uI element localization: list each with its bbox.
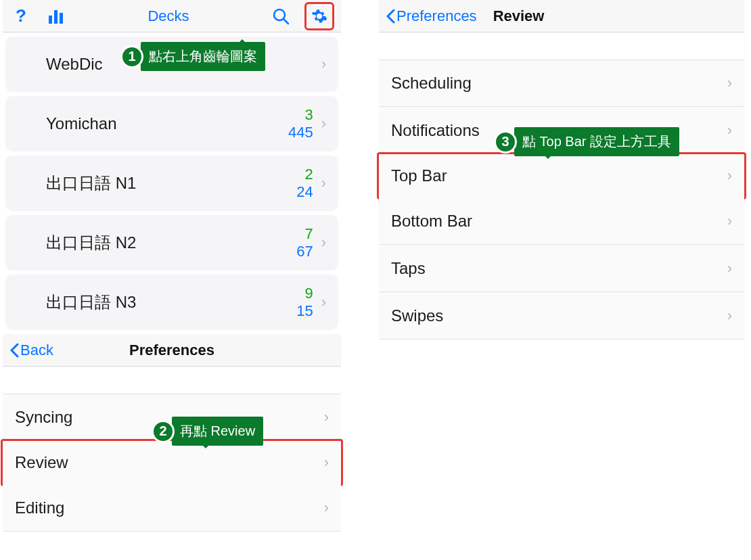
setting-row-top-bar[interactable]: Top Bar ›: [377, 152, 746, 200]
callout-badge: 3: [494, 131, 517, 154]
callout-badge: 1: [120, 45, 143, 68]
deck-row[interactable]: 出口日語 N1 2 24 ›: [5, 156, 338, 211]
stats-icon[interactable]: [45, 5, 68, 28]
search-icon[interactable]: [269, 5, 292, 28]
chevron-right-icon: ›: [321, 294, 326, 311]
deck-due-count: 24: [296, 183, 313, 201]
chevron-right-icon: ›: [727, 167, 732, 185]
callout-2: 2 再點 Review: [152, 417, 263, 446]
setting-row-editing[interactable]: Editing ›: [3, 484, 341, 532]
chevron-right-icon: ›: [727, 307, 732, 325]
chevron-right-icon: ›: [321, 174, 326, 192]
help-icon[interactable]: ?: [9, 5, 32, 28]
setting-label: Editing: [15, 498, 320, 517]
callout-3: 3 點 Top Bar 設定上方工具: [494, 127, 679, 156]
decks-header: ? Decks: [3, 0, 341, 32]
deck-name: Yomichan: [46, 114, 288, 133]
chevron-right-icon: ›: [324, 409, 329, 426]
callout-text: 點 Top Bar 設定上方工具: [514, 127, 679, 156]
page-title: Preferences: [129, 342, 214, 359]
deck-name: 出口日語 N1: [46, 172, 296, 194]
deck-new-count: 9: [304, 285, 313, 302]
svg-text:?: ?: [16, 7, 26, 26]
chevron-right-icon: ›: [321, 234, 326, 252]
svg-line-5: [283, 19, 288, 24]
chevron-right-icon: ›: [321, 115, 326, 133]
setting-row-review[interactable]: Review ›: [1, 439, 343, 486]
deck-name: 出口日語 N3: [46, 291, 296, 313]
deck-row[interactable]: 出口日語 N2 7 67 ›: [5, 215, 338, 271]
svg-rect-3: [60, 13, 63, 24]
prefs-header: Back Preferences: [3, 334, 341, 367]
callout-badge: 2: [152, 420, 175, 443]
deck-new-count: 7: [304, 225, 313, 243]
setting-row-taps[interactable]: Taps ›: [379, 245, 744, 292]
setting-label: Taps: [391, 259, 723, 278]
setting-label: Review: [15, 453, 320, 472]
review-header: Preferences Review: [379, 0, 744, 32]
settings-gear-highlight: [304, 2, 334, 30]
decks-title[interactable]: Decks: [147, 7, 189, 25]
deck-row[interactable]: 出口日語 N3 9 15 ›: [5, 275, 338, 330]
page-title: Review: [493, 7, 545, 25]
chevron-right-icon: ›: [727, 122, 732, 139]
callout-text: 點右上角齒輪圖案: [141, 42, 265, 71]
chevron-right-icon: ›: [324, 454, 329, 471]
back-label: Back: [20, 342, 53, 359]
deck-due-count: 15: [296, 302, 313, 320]
setting-row-swipes[interactable]: Swipes ›: [379, 292, 744, 340]
deck-due-count: 67: [296, 243, 313, 260]
setting-label: Swipes: [391, 306, 723, 325]
chevron-right-icon: ›: [727, 260, 732, 277]
deck-new-count: 3: [304, 106, 313, 124]
svg-rect-2: [54, 10, 58, 24]
chevron-right-icon: ›: [727, 74, 732, 92]
setting-row-scheduling[interactable]: Scheduling ›: [379, 60, 744, 107]
deck-name: 出口日語 N2: [46, 232, 296, 254]
chevron-right-icon: ›: [321, 55, 326, 73]
deck-due-count: 445: [288, 124, 313, 141]
chevron-right-icon: ›: [324, 499, 329, 517]
setting-label: Bottom Bar: [391, 212, 723, 231]
deck-row[interactable]: Yomichan 3 445 ›: [5, 96, 338, 151]
setting-label: Top Bar: [391, 166, 723, 185]
gear-icon[interactable]: [308, 5, 331, 28]
chevron-right-icon: ›: [727, 212, 732, 230]
callout-text: 再點 Review: [172, 417, 263, 446]
deck-new-count: 2: [304, 166, 313, 183]
back-button[interactable]: Preferences: [386, 7, 477, 25]
svg-rect-1: [49, 16, 52, 24]
back-button[interactable]: Back: [9, 342, 53, 359]
setting-label: Scheduling: [391, 74, 723, 93]
back-label: Preferences: [396, 7, 477, 25]
callout-1: 1 點右上角齒輪圖案: [120, 42, 265, 71]
setting-row-bottom-bar[interactable]: Bottom Bar ›: [379, 197, 744, 245]
